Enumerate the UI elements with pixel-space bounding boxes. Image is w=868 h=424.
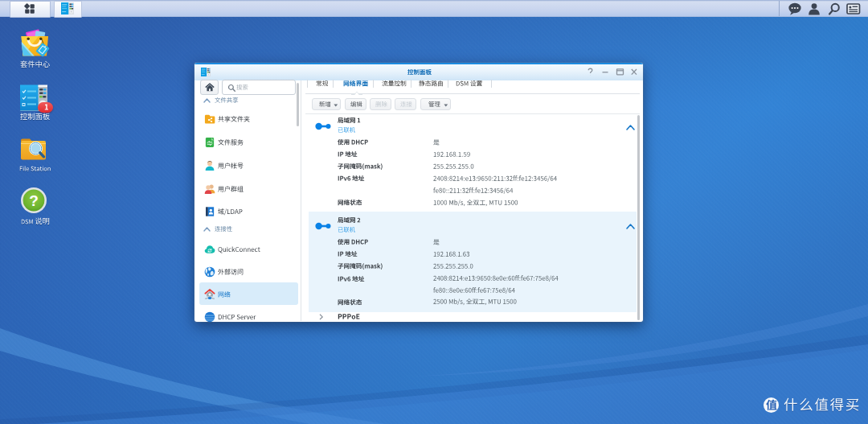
svg-text:?: ? [29, 192, 39, 209]
